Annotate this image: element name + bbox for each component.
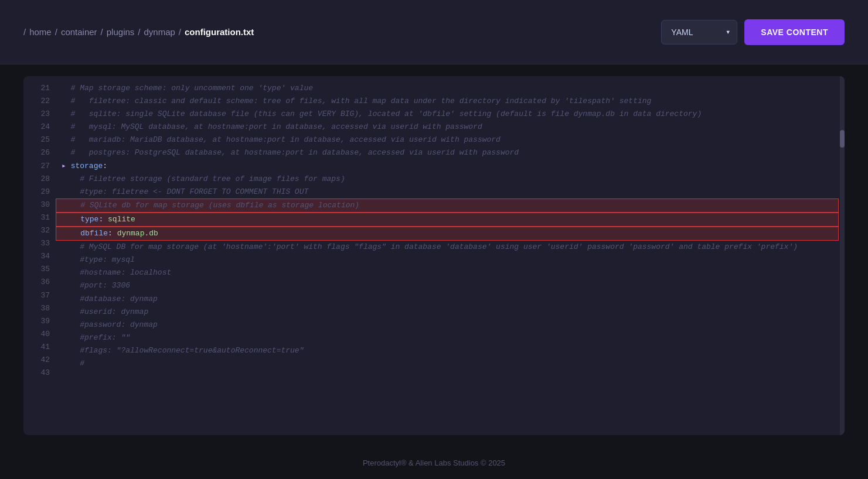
breadcrumb-filename: configuration.txt (185, 27, 254, 37)
code-line: # Map storage scheme: only uncomment one… (62, 82, 833, 95)
code-line: dbfile: dynmap.db (56, 227, 839, 241)
lang-select-wrapper[interactable]: Plain Text YAML JSON XML PHP JavaScript (661, 20, 737, 45)
line-number: 30 (35, 199, 50, 211)
line-number: 36 (35, 276, 50, 289)
breadcrumb-separator: / (23, 27, 26, 37)
line-number: 37 (35, 289, 50, 302)
line-number: 24 (35, 121, 50, 134)
line-number: 41 (35, 341, 50, 354)
line-number: 26 (35, 146, 50, 159)
code-line: # (62, 357, 833, 370)
code-line: # postgres: PostgreSQL database, at host… (62, 146, 833, 159)
code-line: # SQLite db for map storage (uses dbfile… (56, 199, 839, 213)
code-line: # sqlite: single SQLite database file (t… (62, 108, 833, 121)
line-number: 28 (35, 173, 50, 186)
breadcrumb-container: container (61, 27, 97, 37)
breadcrumb-sep1: / (55, 27, 57, 37)
save-content-button[interactable]: SAVE CONTENT (744, 19, 845, 45)
breadcrumb-dynmap: dynmap (144, 27, 175, 37)
breadcrumb-sep2: / (101, 27, 103, 37)
line-number: 38 (35, 302, 50, 315)
code-line: #type: filetree <- DONT FORGET TO COMMEN… (62, 186, 833, 199)
code-line: #database: dynmap (62, 293, 833, 306)
editor-container: 2122232425262728293031323334353637383940… (23, 76, 845, 435)
line-number: 21 (35, 82, 50, 95)
breadcrumb-sep3: / (138, 27, 140, 37)
line-number: 33 (35, 237, 50, 250)
line-number: 29 (35, 186, 50, 199)
line-number: 22 (35, 95, 50, 108)
footer-text: Pterodactyl® & Alien Labs Studios © 2025 (363, 459, 505, 467)
breadcrumb-home: home (29, 27, 52, 37)
top-bar: / home / container / plugins / dynmap / … (0, 0, 868, 64)
line-number: 27 (35, 160, 50, 173)
code-line: #password: dynmap (62, 319, 833, 331)
code-line: ▸ storage: (62, 160, 833, 173)
line-number: 39 (35, 315, 50, 328)
code-line: # mariadb: MariaDB database, at hostname… (62, 134, 833, 146)
line-number: 35 (35, 263, 50, 276)
line-number: 32 (35, 224, 50, 237)
line-number: 40 (35, 328, 50, 341)
code-line: #flags: "?allowReconnect=true&autoReconn… (62, 344, 833, 357)
line-number: 42 (35, 354, 50, 367)
language-select[interactable]: Plain Text YAML JSON XML PHP JavaScript (661, 20, 737, 45)
code-line: # filetree: classic and default scheme: … (62, 95, 833, 108)
code-line: # Filetree storage (standard tree of ima… (62, 173, 833, 186)
code-line: #userid: dynmap (62, 306, 833, 319)
line-number: 34 (35, 250, 50, 263)
scrollbar-thumb[interactable] (840, 130, 845, 148)
line-number: 23 (35, 108, 50, 121)
code-content[interactable]: # Map storage scheme: only uncomment one… (56, 82, 845, 429)
line-number: 31 (35, 211, 50, 224)
code-line: #port: 3306 (62, 279, 833, 292)
code-line: #prefix: "" (62, 331, 833, 344)
line-numbers: 2122232425262728293031323334353637383940… (23, 82, 56, 429)
code-line: #hostname: localhost (62, 266, 833, 279)
line-number: 25 (35, 134, 50, 146)
code-line: # MySQL DB for map storage (at 'hostname… (62, 241, 833, 254)
breadcrumb-plugins: plugins (107, 27, 135, 37)
code-area[interactable]: 2122232425262728293031323334353637383940… (23, 76, 845, 435)
code-line: #type: mysql (62, 254, 833, 266)
scrollbar-track[interactable] (840, 76, 845, 435)
code-line: # mysql: MySQL database, at hostname:por… (62, 121, 833, 134)
breadcrumb: / home / container / plugins / dynmap / … (23, 27, 254, 37)
top-bar-actions: Plain Text YAML JSON XML PHP JavaScript … (661, 19, 845, 45)
footer: Pterodactyl® & Alien Labs Studios © 2025 (0, 447, 868, 479)
line-number: 43 (35, 367, 50, 379)
code-line: type: sqlite (56, 213, 839, 227)
breadcrumb-sep4: / (179, 27, 181, 37)
